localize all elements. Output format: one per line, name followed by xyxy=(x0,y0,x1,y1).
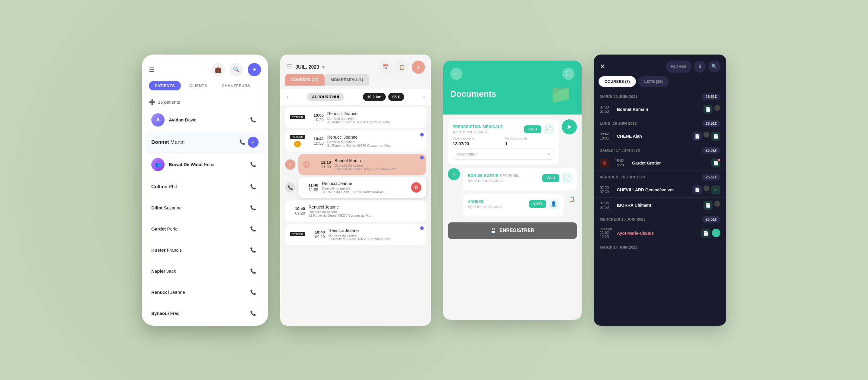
enregistrer-button[interactable]: 💾 ENREGISTRER xyxy=(448,222,577,239)
bon-sortie-row: + BON DE SORTIE OPTIONNEL Ajouté le mar.… xyxy=(448,168,577,190)
list-item[interactable]: Collins Phil 📞 xyxy=(147,177,264,196)
time-col: 07:30 07:50 xyxy=(600,105,613,114)
green-check[interactable]: ✓ xyxy=(711,185,720,194)
filtres-button[interactable]: FILTRES xyxy=(666,61,692,73)
list-icon-btn[interactable]: 📋 xyxy=(396,61,409,74)
phone-icon[interactable]: 📞 xyxy=(248,308,258,319)
doc-copy-icon[interactable]: 📋 xyxy=(567,194,577,204)
retour-badge: RETOUR xyxy=(290,135,305,139)
phone-icon[interactable]: 📞 xyxy=(237,137,248,148)
header-actions: 📅 📋 + xyxy=(379,61,425,74)
course-name: CHÊNE Alan xyxy=(617,134,689,138)
back-button[interactable]: ← xyxy=(450,68,462,80)
search-icon-btn[interactable]: 🔍 xyxy=(708,61,720,73)
person-icon[interactable]: 👤 xyxy=(549,199,559,209)
phone-icon[interactable]: 📞 xyxy=(248,182,258,192)
date-chip[interactable]: AUJOURD'HUI xyxy=(307,93,344,101)
list-item[interactable]: 07:20 07:39 CHEVILLARD Geneviève vet 📄 ✓ xyxy=(594,182,726,198)
list-item[interactable]: RETOUR 11:52 12:20 Ayot Marie-Claude 📄 + xyxy=(594,224,726,242)
download-icon-btn[interactable]: ⬇ xyxy=(694,61,706,73)
list-item[interactable]: Gardet Perle 📞 xyxy=(147,219,264,239)
patient-name: Renucci Jeanne xyxy=(151,290,248,295)
date-value: 12/07/23 xyxy=(453,141,501,146)
add-button[interactable]: + xyxy=(248,63,261,76)
phone-icon[interactable]: 📞 xyxy=(248,159,258,170)
list-item[interactable]: 07:30 07:50 Bonnet Romain 📄 xyxy=(594,102,726,117)
expand-button[interactable]: ⛶ xyxy=(562,68,575,80)
list-item[interactable]: Bonnet Martin 📞 ✓ xyxy=(147,133,264,152)
hamburger-icon[interactable]: ☰ xyxy=(286,63,292,71)
plus-button[interactable]: + xyxy=(712,229,720,237)
voir-btn-group-2: VOIR 📄 xyxy=(542,173,572,183)
doc-file-icon[interactable]: 📄 xyxy=(544,124,554,134)
list-item[interactable]: Huster Francis 📞 xyxy=(147,241,264,260)
check-icon[interactable]: ✓ xyxy=(248,137,258,148)
add-icon-btn[interactable]: + xyxy=(412,61,425,74)
phone-icon[interactable]: 📞 xyxy=(248,224,258,234)
gray-icon[interactable]: 📄 xyxy=(692,132,702,141)
doc-icon[interactable]: 📄 xyxy=(704,105,712,114)
prescription-header: PRESCRIPTION MÉDICALE Ajouté le mar. 26 … xyxy=(453,124,554,134)
highlighted-course-card[interactable]: ⊙ 11:10 11:30 Bonnet Martin Domicile du … xyxy=(299,154,426,175)
doc-file-icon-2[interactable]: 📄 xyxy=(562,173,572,183)
bon-sortie-optional: OPTIONNEL xyxy=(500,174,519,177)
briefcase-button[interactable]: 💼 xyxy=(212,63,225,76)
close-button[interactable]: ✕ xyxy=(600,63,605,70)
tab-clients[interactable]: CLIENTS xyxy=(183,81,213,90)
add-button[interactable]: + xyxy=(448,168,460,180)
phone-icon[interactable]: 📞 xyxy=(248,202,258,213)
list-item[interactable]: 👥 Bowat De Watat Edna 📞 xyxy=(147,154,264,176)
chevron-down-icon[interactable]: ▾ xyxy=(322,64,324,70)
course-card[interactable]: RETOUR 10:05 10:30 Renucci Jeanne Domici… xyxy=(285,107,426,128)
list-item[interactable]: Napier Jack 📞 xyxy=(147,261,264,281)
course-card[interactable]: RETOUR 10:40 09:20 Renucci Jeanne Domici… xyxy=(285,224,426,245)
voir-button[interactable]: VOIR xyxy=(524,125,541,133)
doc-fields: Date prescription 12/07/23 Nb de transpo… xyxy=(453,137,554,146)
list-item[interactable]: 🗑 15:02 15:28 Gardet Grotier 📄 xyxy=(594,156,726,171)
next-arrow[interactable]: › xyxy=(423,94,425,100)
search-button[interactable]: 🔍 xyxy=(230,63,243,76)
send-button[interactable]: ➤ xyxy=(562,119,577,134)
check-icon[interactable]: ✓ xyxy=(285,159,296,170)
list-item[interactable]: 09:42 10:05 CHÊNE Alan 📄 📄 xyxy=(594,129,726,144)
phone-icon[interactable]: 📞 xyxy=(285,182,296,193)
doc-icon[interactable]: 📄 xyxy=(704,201,712,210)
transport-label: Nb de transports xyxy=(505,137,554,140)
delete-icon[interactable]: 🗑 xyxy=(600,159,609,167)
list-item[interactable]: Renucci Jeanne 📞 xyxy=(147,283,264,302)
course-time: 10:40 09:20 xyxy=(310,230,325,239)
gray-icon[interactable]: 📄 xyxy=(692,185,702,194)
list-item[interactable]: 07:35 07:58 IBORRA Clément 📄 xyxy=(594,198,726,213)
list-item[interactable]: A Avidan David 📞 xyxy=(147,109,264,131)
voir-button-3[interactable]: VOIR xyxy=(529,200,546,208)
course-card[interactable]: RETOUR ⊙ 10:40 10:50 Renucci Jeanne Domi… xyxy=(285,130,426,152)
course-time: 11:40 11:55 xyxy=(303,183,318,192)
voir-button-2[interactable]: VOIR xyxy=(542,174,559,182)
prev-arrow[interactable]: ‹ xyxy=(286,94,288,100)
tab-reseau[interactable]: MON RÉSEAU (1) xyxy=(324,74,369,86)
phone-icon[interactable]: 📞 xyxy=(248,266,258,277)
green-doc-icon[interactable]: 📄 xyxy=(711,132,720,141)
delete-button[interactable]: 🗑 xyxy=(411,182,421,193)
annexe-header: ANNEXE Signé le mar. 26 juin 20 VOIR 👤 xyxy=(468,199,559,209)
list-item[interactable]: Diliot Suzanne 📞 xyxy=(147,198,264,218)
phone-icon[interactable]: 📞 xyxy=(248,287,258,298)
calendar-icon-btn[interactable]: 📅 xyxy=(379,61,393,74)
phone-icon[interactable]: 📞 xyxy=(248,115,258,125)
hamburger-icon[interactable]: ☰ xyxy=(149,66,155,73)
doc-icon[interactable]: 📄 xyxy=(711,159,720,167)
course-card[interactable]: 11:40 11:55 Renucci Jeanne Domicile du p… xyxy=(299,177,426,198)
list-item[interactable]: Synaoui Fred 📞 xyxy=(147,304,264,323)
tab-chauffeurs[interactable]: CHAUFFEURS xyxy=(216,81,256,90)
prescripteur-select[interactable]: Prescripteur ▾ xyxy=(453,149,554,160)
patients-panel: ☰ 💼 🔍 + PATIENTS CLIENTS CHAUFFEURS ➕ 15… xyxy=(142,55,268,326)
tab-courses[interactable]: COURSES (12) xyxy=(285,74,324,86)
tab-lots[interactable]: LOTS (15) xyxy=(638,76,669,87)
status-dot xyxy=(714,105,720,111)
marker-dot: ⊙ xyxy=(303,161,310,168)
tab-courses-list[interactable]: COURSES (7) xyxy=(598,76,636,87)
course-card[interactable]: 10:40 09:20 Renucci Jeanne Domicile du p… xyxy=(285,200,426,221)
tab-patients[interactable]: PATIENTS xyxy=(149,81,181,90)
phone-icon[interactable]: 📞 xyxy=(248,245,258,256)
doc-icon[interactable]: 📄 xyxy=(701,229,710,238)
